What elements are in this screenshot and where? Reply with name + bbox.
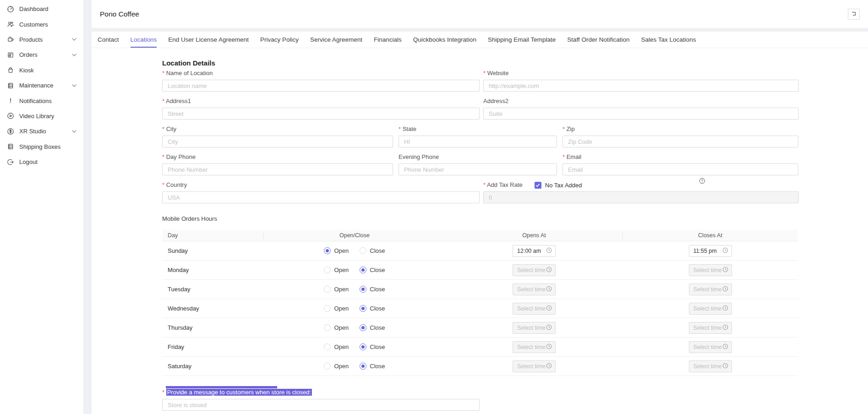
country-input[interactable] xyxy=(162,191,480,203)
sidebar-item-label: Video Library xyxy=(19,113,54,120)
day-label: Thursday xyxy=(162,324,263,331)
clock-icon xyxy=(722,324,728,332)
tab-privacy-policy[interactable]: Privacy Policy xyxy=(260,32,299,48)
sidebar-item-products[interactable]: Products xyxy=(0,32,83,47)
tab-end-user-license-agreement[interactable]: End User License Agreement xyxy=(168,32,249,48)
hours-table-body: Sunday Open Close Monday xyxy=(162,241,799,376)
collapse-panel-button[interactable] xyxy=(848,9,860,20)
sidebar-item-dashboard[interactable]: Dashboard xyxy=(0,1,83,16)
open-radio[interactable]: Open xyxy=(324,363,349,370)
zip-input[interactable] xyxy=(562,136,798,147)
tab-locations[interactable]: Locations xyxy=(131,32,157,48)
address2-input[interactable] xyxy=(483,108,799,120)
evening-phone-input[interactable] xyxy=(399,163,557,175)
tab-staff-order-notification[interactable]: Staff Order Notification xyxy=(567,32,629,48)
state-input[interactable] xyxy=(399,136,557,147)
open-radio-label: Open xyxy=(334,286,349,293)
clock-icon xyxy=(546,343,552,351)
email-input[interactable] xyxy=(562,163,798,175)
sidebar-item-label: Notifications xyxy=(19,98,52,104)
day-label: Saturday xyxy=(162,363,263,370)
opens-at-input xyxy=(517,344,546,350)
question-circle-icon[interactable] xyxy=(699,178,705,184)
sidebar-item-maintenance[interactable]: Maintenance xyxy=(0,78,83,93)
day-phone-input[interactable] xyxy=(162,163,393,175)
closes-at-time-picker xyxy=(689,264,732,276)
address1-input[interactable] xyxy=(162,108,480,120)
column-divider xyxy=(622,232,623,239)
chevron-down-icon xyxy=(72,38,76,41)
close-radio[interactable]: Close xyxy=(360,363,385,370)
open-radio-label: Open xyxy=(334,324,349,331)
opens-at-time-picker[interactable] xyxy=(513,245,556,257)
close-radio[interactable]: Close xyxy=(360,267,385,273)
sidebar-item-orders[interactable]: Orders xyxy=(0,47,83,62)
sidebar-item-video-library[interactable]: Video Library xyxy=(0,109,83,124)
database-icon xyxy=(7,143,14,150)
address1-label: Address1 xyxy=(162,98,480,105)
column-header-closes-at: Closes At xyxy=(622,232,798,239)
open-radio[interactable]: Open xyxy=(324,305,349,312)
open-radio[interactable]: Open xyxy=(324,247,349,254)
evening-phone-label: Evening Phone xyxy=(399,153,557,161)
opens-at-input xyxy=(517,305,546,312)
opens-at-input xyxy=(517,267,546,273)
hours-table-row: Friday Open Close xyxy=(162,338,798,357)
website-input[interactable] xyxy=(483,80,799,92)
sidebar-item-customers[interactable]: Customers xyxy=(0,16,83,32)
open-radio[interactable]: Open xyxy=(324,343,349,350)
clock-icon xyxy=(722,343,728,351)
closes-at-time-picker[interactable] xyxy=(689,245,732,257)
closes-at-input xyxy=(693,325,722,331)
close-radio[interactable]: Close xyxy=(360,324,385,331)
tab-quickbooks-integration[interactable]: Quickbooks Integration xyxy=(413,32,476,48)
hours-table-row: Monday Open Close xyxy=(162,261,798,280)
hours-table-row: Saturday Open Close xyxy=(162,357,798,376)
opens-at-time-picker xyxy=(513,322,556,334)
tab-shipping-email-template[interactable]: Shipping Email Template xyxy=(488,32,556,48)
sidebar-item-logout[interactable]: Logout xyxy=(0,154,83,169)
clock-icon xyxy=(546,286,552,293)
clock-icon xyxy=(722,247,728,255)
radio-circle xyxy=(360,247,366,254)
open-radio[interactable]: Open xyxy=(324,324,349,331)
day-label: Friday xyxy=(162,343,263,350)
name-of-location-input[interactable] xyxy=(162,80,480,92)
open-radio-label: Open xyxy=(334,363,349,370)
clock-icon xyxy=(546,267,552,274)
open-radio[interactable]: Open xyxy=(324,267,349,273)
page-title: Pono Coffee xyxy=(100,10,139,18)
play-circle-icon xyxy=(7,112,14,120)
tab-service-agreement[interactable]: Service Agreement xyxy=(310,32,362,48)
close-radio[interactable]: Close xyxy=(360,343,385,350)
open-radio[interactable]: Open xyxy=(324,286,349,293)
close-radio[interactable]: Close xyxy=(360,286,385,293)
hours-table-row: Thursday Open Close xyxy=(162,318,798,338)
day-label: Tuesday xyxy=(162,286,263,293)
column-header-day: Day xyxy=(162,232,263,239)
city-input[interactable] xyxy=(162,136,393,147)
tab-financials[interactable]: Financials xyxy=(374,32,402,48)
content-card: Contact Locations End User License Agree… xyxy=(92,32,868,414)
opens-at-time-picker xyxy=(513,283,556,295)
radio-circle xyxy=(360,267,366,273)
closed-message-input[interactable] xyxy=(162,399,480,411)
open-radio-label: Open xyxy=(334,305,349,312)
sidebar-item-kiosk[interactable]: Kiosk xyxy=(0,63,83,78)
radio-circle xyxy=(324,324,331,331)
close-radio[interactable]: Close xyxy=(360,305,385,312)
open-radio-label: Open xyxy=(334,267,349,273)
sidebar: Dashboard Customers Products Orders Kios… xyxy=(0,0,83,414)
close-radio-label: Close xyxy=(370,286,385,293)
main-content: Pono Coffee Contact Locations End User L… xyxy=(83,0,868,414)
sidebar-item-label: Kiosk xyxy=(19,67,34,74)
tab-contact[interactable]: Contact xyxy=(98,32,119,48)
sidebar-item-xr-studio[interactable]: XR Studio xyxy=(0,124,83,139)
tab-sales-tax-locations[interactable]: Sales Tax Locations xyxy=(641,32,696,48)
close-radio[interactable]: Close xyxy=(360,247,385,254)
closes-at-time-picker xyxy=(689,360,732,372)
sidebar-item-notifications[interactable]: Notifications xyxy=(0,93,83,108)
no-tax-added-checkbox[interactable] xyxy=(535,182,541,189)
sidebar-item-shipping-boxes[interactable]: Shipping Boxes xyxy=(0,139,83,154)
clock-icon xyxy=(546,363,552,370)
